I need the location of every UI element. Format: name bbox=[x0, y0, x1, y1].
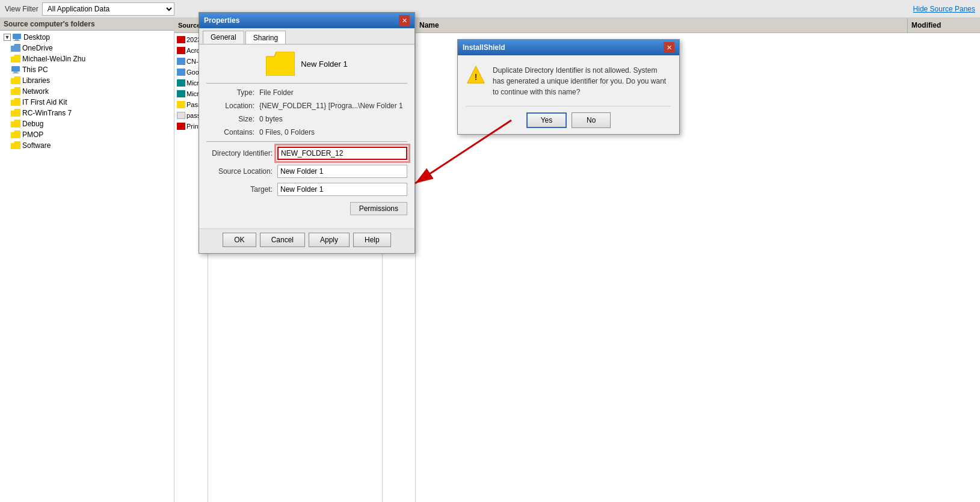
svg-marker-12 bbox=[11, 120, 20, 127]
installshield-dialog: InstallShield ✕ ! Duplicate Directory Id… bbox=[457, 39, 680, 135]
computer-icon-thispc bbox=[11, 66, 20, 74]
folder-icon-libraries bbox=[11, 76, 20, 85]
location-row: Location: {NEW_FOLDER_11} [Progra...\New… bbox=[206, 102, 407, 110]
permissions-button[interactable]: Permissions bbox=[350, 202, 407, 215]
tree-item-pmop[interactable]: PMOP bbox=[1, 129, 173, 140]
tree-label-itfirstaid: IT First Aid Kit bbox=[22, 98, 67, 106]
svg-marker-4 bbox=[11, 55, 20, 63]
source-item-icon-6 bbox=[177, 90, 185, 97]
source-loc-input[interactable] bbox=[277, 165, 407, 178]
target-label: Target: bbox=[206, 185, 273, 194]
tree-label-pmop: PMOP bbox=[22, 130, 43, 139]
source-tree[interactable]: ▼ Desktop OneDrive Michael-WeiJin Zhu bbox=[0, 31, 174, 502]
no-button[interactable]: No bbox=[572, 112, 611, 128]
apply-button[interactable]: Apply bbox=[309, 233, 350, 247]
help-button[interactable]: Help bbox=[353, 233, 391, 247]
target-input[interactable] bbox=[277, 183, 407, 196]
contains-row: Contains: 0 Files, 0 Folders bbox=[206, 128, 407, 136]
svg-marker-14 bbox=[11, 141, 20, 149]
svg-marker-8 bbox=[11, 76, 20, 84]
source-panel: Source computer's folders ▼ Desktop OneD… bbox=[0, 18, 174, 502]
type-value: File Folder bbox=[259, 88, 294, 97]
folder-icon-debug bbox=[11, 120, 20, 128]
computer-icon bbox=[12, 33, 22, 41]
folder-icon-itfirstaid bbox=[11, 98, 20, 106]
svg-rect-6 bbox=[14, 72, 17, 73]
view-filter-label: View Filter bbox=[5, 5, 39, 13]
modified-col-header: Modified bbox=[908, 18, 980, 33]
svg-rect-2 bbox=[14, 40, 20, 41]
ok-button[interactable]: OK bbox=[223, 233, 256, 247]
tree-item-thispc[interactable]: This PC bbox=[1, 64, 173, 75]
tree-label-thispc: This PC bbox=[22, 66, 48, 74]
expand-desktop[interactable]: ▼ bbox=[4, 34, 11, 41]
contains-label: Contains: bbox=[206, 128, 254, 136]
tree-item-itfirstaid[interactable]: IT First Aid Kit bbox=[1, 97, 173, 108]
yes-button[interactable]: Yes bbox=[526, 112, 567, 128]
cancel-button[interactable]: Cancel bbox=[260, 233, 305, 247]
dir-id-row: Directory Identifier: bbox=[206, 147, 407, 160]
tree-item-debug[interactable]: Debug bbox=[1, 118, 173, 129]
source-item-icon-4 bbox=[177, 69, 185, 76]
svg-rect-1 bbox=[15, 39, 19, 40]
properties-dialog-content: New Folder 1 Type: File Folder Location:… bbox=[199, 44, 414, 228]
source-panel-header: Source computer's folders bbox=[0, 18, 174, 31]
tree-label-software: Software bbox=[22, 141, 51, 150]
right-col-headers: Name Modified bbox=[416, 18, 980, 33]
svg-marker-3 bbox=[11, 44, 20, 52]
tab-sharing[interactable]: Sharing bbox=[245, 31, 286, 44]
source-loc-label: Source Location: bbox=[206, 167, 273, 176]
properties-dialog-titlebar[interactable]: Properties ✕ bbox=[199, 13, 414, 28]
type-row: Type: File Folder bbox=[206, 88, 407, 97]
properties-dialog-title: Properties bbox=[204, 16, 239, 25]
installshield-buttons: Yes No bbox=[458, 106, 679, 134]
folder-icon-pmop bbox=[11, 130, 20, 139]
tree-item-rcwintrans[interactable]: RC-WinTrans 7 bbox=[1, 108, 173, 118]
tree-label-rcwintrans: RC-WinTrans 7 bbox=[22, 109, 72, 117]
view-filter-select[interactable]: All Application Data bbox=[42, 2, 174, 16]
svg-rect-7 bbox=[13, 73, 19, 73]
tree-label-libraries: Libraries bbox=[22, 76, 50, 85]
svg-marker-28 bbox=[266, 52, 295, 76]
big-folder-icon bbox=[266, 52, 295, 76]
tree-item-desktop[interactable]: ▼ Desktop bbox=[1, 32, 173, 43]
folder-icon-rcwintrans bbox=[11, 109, 20, 117]
source-item-icon-3 bbox=[177, 58, 185, 65]
contains-value: 0 Files, 0 Folders bbox=[259, 128, 315, 136]
tree-item-onedrive[interactable]: OneDrive bbox=[1, 43, 173, 54]
tree-label-onedrive: OneDrive bbox=[22, 44, 53, 52]
tree-item-libraries[interactable]: Libraries bbox=[1, 75, 173, 86]
separator-1 bbox=[206, 83, 407, 84]
folder-name-display: New Folder 1 bbox=[301, 60, 347, 69]
svg-rect-0 bbox=[13, 34, 21, 39]
svg-marker-10 bbox=[11, 98, 20, 106]
svg-text:!: ! bbox=[475, 72, 478, 82]
svg-marker-9 bbox=[11, 87, 20, 95]
properties-dialog-close[interactable]: ✕ bbox=[399, 15, 410, 26]
warning-icon: ! bbox=[466, 65, 485, 84]
installshield-close[interactable]: ✕ bbox=[664, 42, 674, 53]
size-label: Size: bbox=[206, 115, 254, 123]
tree-item-software[interactable]: Software bbox=[1, 140, 173, 151]
name-col-header: Name bbox=[416, 18, 908, 33]
folder-icon-onedrive bbox=[11, 44, 20, 52]
tree-item-michael[interactable]: Michael-WeiJin Zhu bbox=[1, 54, 173, 64]
top-bar: View Filter All Application Data Hide So… bbox=[0, 0, 980, 18]
source-item-icon-7 bbox=[177, 101, 185, 108]
source-item-icon-9 bbox=[177, 123, 185, 130]
dir-id-input[interactable] bbox=[277, 147, 407, 160]
tab-general[interactable]: General bbox=[203, 31, 244, 44]
location-value: {NEW_FOLDER_11} [Progra...\New Folder 1 bbox=[259, 102, 403, 110]
source-item-icon-1 bbox=[177, 36, 185, 43]
svg-rect-5 bbox=[11, 66, 20, 72]
source-loc-row: Source Location: bbox=[206, 165, 407, 178]
hide-source-panes-link[interactable]: Hide Source Panes bbox=[913, 5, 975, 13]
tree-label-michael: Michael-WeiJin Zhu bbox=[22, 55, 85, 63]
source-item-icon-8 bbox=[177, 112, 185, 119]
installshield-titlebar[interactable]: InstallShield ✕ bbox=[458, 40, 679, 55]
source-item-icon-5 bbox=[177, 79, 185, 87]
folder-icon-michael bbox=[11, 55, 20, 63]
tree-label-debug: Debug bbox=[22, 120, 43, 128]
separator-2 bbox=[206, 141, 407, 142]
tree-item-network[interactable]: Network bbox=[1, 86, 173, 97]
